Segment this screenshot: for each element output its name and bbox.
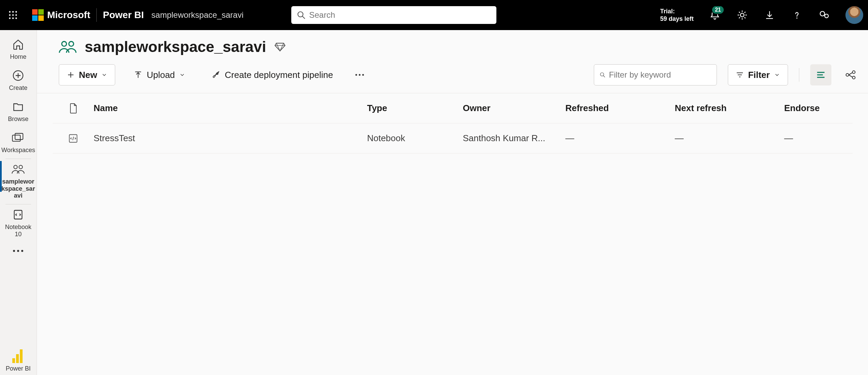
global-search-input[interactable] [309, 10, 491, 20]
microsoft-brand[interactable]: Microsoft [32, 9, 90, 21]
workspace-title: sampleworkspace_saravi [85, 38, 266, 55]
rail-home[interactable]: Home [0, 34, 37, 65]
row-endorse: — [784, 133, 853, 144]
workspace-header: sampleworkspace_saravi [37, 30, 868, 57]
svg-point-29 [359, 74, 361, 76]
download-button[interactable] [763, 9, 776, 21]
toolbar-more-button[interactable] [351, 67, 368, 83]
microsoft-brand-text: Microsoft [47, 10, 90, 21]
table-row[interactable]: StressTest Notebook Santhosh Kumar R... … [53, 123, 853, 153]
col-icon[interactable] [53, 103, 94, 113]
workspace-people-icon [59, 39, 77, 54]
trial-remaining: 59 days left [660, 15, 694, 23]
lineage-view-button[interactable] [842, 67, 859, 83]
app-launcher-button[interactable] [5, 7, 21, 23]
lineage-icon [845, 69, 856, 80]
create-icon [11, 69, 25, 82]
svg-point-3 [9, 14, 11, 16]
workspace-toolbar: New Upload Create deployment pipeline [37, 57, 868, 93]
ellipsis-icon [12, 249, 24, 253]
rail-powerbi[interactable]: Power BI [0, 349, 37, 375]
page-body: Home Create Browse Workspaces samp [0, 30, 868, 375]
help-icon [792, 10, 802, 20]
svg-line-15 [824, 15, 825, 15]
filter-button[interactable]: Filter [728, 64, 788, 85]
content-table: Name Type Owner Refreshed Next refresh E… [37, 93, 868, 153]
people-icon [11, 162, 25, 176]
svg-point-28 [356, 74, 357, 76]
rail-current-workspace-label: sampleworkspace_saravi [1, 178, 35, 199]
microsoft-logo-icon [32, 9, 44, 21]
header-divider [96, 8, 97, 22]
svg-point-35 [852, 76, 855, 79]
rail-notebook[interactable]: Notebook 10 [0, 204, 37, 243]
top-header: Microsoft Power BI sampleworkspace_sarav… [0, 0, 868, 30]
rail-browse-label: Browse [8, 116, 28, 123]
svg-point-19 [14, 165, 17, 169]
col-endorse[interactable]: Endorse [784, 103, 853, 113]
new-button[interactable]: New [59, 64, 115, 85]
waffle-icon [8, 10, 18, 20]
svg-point-1 [12, 11, 14, 13]
toolbar-divider [799, 68, 799, 82]
notifications-button[interactable]: 21 [709, 9, 721, 21]
col-nextrefresh[interactable]: Next refresh [675, 103, 784, 113]
gear-icon [737, 10, 748, 21]
left-nav-rail: Home Create Browse Workspaces samp [0, 30, 37, 375]
svg-point-24 [21, 250, 23, 252]
chevron-down-icon [179, 72, 185, 78]
list-view-toggle[interactable] [810, 64, 831, 85]
main-content: sampleworkspace_saravi New Upload Create… [37, 30, 868, 375]
search-icon [600, 71, 605, 79]
workspaces-icon [11, 131, 25, 145]
rail-powerbi-label: Power BI [6, 365, 31, 372]
col-owner[interactable]: Owner [463, 103, 565, 113]
rail-create-label: Create [9, 84, 27, 92]
upload-button-label: Upload [147, 70, 175, 80]
create-pipeline-button[interactable]: Create deployment pipeline [204, 64, 341, 85]
rocket-icon [211, 70, 221, 80]
svg-point-23 [17, 250, 19, 252]
row-refreshed: — [565, 133, 675, 144]
feedback-button[interactable] [818, 9, 830, 21]
rail-create[interactable]: Create [0, 65, 37, 96]
filter-keyword-input[interactable] [609, 70, 711, 80]
row-owner: Santhosh Kumar R... [463, 133, 565, 144]
svg-point-33 [846, 73, 849, 76]
rail-browse[interactable]: Browse [0, 96, 37, 128]
trial-label: Trial: [660, 8, 694, 15]
rail-current-workspace[interactable]: sampleworkspace_saravi [0, 159, 37, 204]
settings-button[interactable] [736, 9, 748, 21]
chevron-down-icon [774, 72, 780, 78]
notebook-item-icon [68, 133, 78, 144]
filter-keyword-wrap[interactable] [594, 64, 717, 85]
upload-button[interactable]: Upload [126, 64, 192, 85]
rail-notebook-label: Notebook 10 [1, 224, 35, 238]
svg-point-12 [796, 17, 797, 18]
feedback-icon [819, 10, 830, 21]
help-button[interactable] [791, 9, 803, 21]
list-view-icon [816, 71, 826, 79]
svg-point-20 [19, 165, 23, 169]
col-name[interactable]: Name [94, 103, 367, 113]
table-header-row: Name Type Owner Refreshed Next refresh E… [53, 93, 853, 123]
col-refreshed[interactable]: Refreshed [565, 103, 675, 113]
product-name[interactable]: Power BI [103, 10, 144, 21]
account-avatar[interactable] [845, 6, 863, 24]
svg-rect-18 [15, 133, 23, 139]
global-search[interactable] [291, 6, 496, 24]
plus-icon [67, 71, 75, 79]
row-name: StressTest [94, 133, 367, 144]
rail-workspaces[interactable]: Workspaces [0, 128, 37, 159]
svg-point-5 [15, 14, 17, 16]
browse-icon [11, 100, 25, 113]
trial-status[interactable]: Trial: 59 days left [660, 8, 694, 23]
upload-icon [134, 70, 143, 79]
premium-diamond-icon[interactable] [275, 41, 285, 52]
powerbi-logo-icon [12, 349, 24, 363]
header-workspace-name: sampleworkspace_saravi [151, 10, 243, 20]
col-type[interactable]: Type [367, 103, 463, 113]
rail-more-button[interactable] [12, 249, 24, 253]
row-type-icon [53, 133, 94, 144]
svg-point-9 [298, 12, 303, 17]
